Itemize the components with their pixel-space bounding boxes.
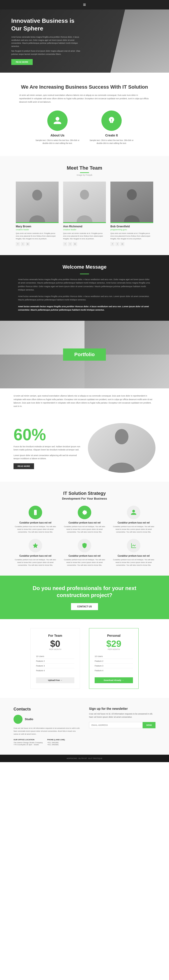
facebook-icon-2[interactable]: f: [63, 242, 67, 246]
newsletter-send-button[interactable]: SEND: [143, 722, 155, 728]
green-bar-3: [111, 222, 153, 223]
strategy-block-6-title: Curabitur pretium tuus est vel: [112, 555, 155, 557]
svg-point-2: [127, 189, 137, 200]
strategy-block-2: Curabitur pretium tuus est vel Curabitur…: [63, 506, 106, 533]
strategy-block-3: Curabitur pretium tuus est vel Curabitur…: [112, 506, 155, 533]
strategy-block-1: Curabitur pretium tuus est vel Curabitur…: [14, 506, 57, 533]
welcome-title: Welcome Message: [18, 264, 151, 270]
hamburger-icon[interactable]: ≡: [83, 2, 86, 8]
sixty-read-more-button[interactable]: READ MORE: [14, 463, 34, 469]
pricing-card-personal: Personal $29 PER MONTH 10 Users Feature …: [89, 628, 139, 689]
member-2-name: Ann Richmond: [63, 225, 106, 228]
plan-2-label: Personal: [95, 634, 133, 637]
footer-text: ADIPISCING · ELITR·SIT · ELIT TRISTIQUE: [67, 757, 102, 759]
create-it-circle: [101, 111, 122, 131]
facebook-icon-1[interactable]: f: [16, 242, 20, 246]
plan-1-feature-4: Feature 4: [36, 668, 74, 673]
green-accent: [80, 172, 89, 173]
portfolio-description: Ut enim ad minim veniam, quis nostrud ex…: [14, 394, 155, 408]
member-1-desc: Quis enim ad minim molestie at et. Fring…: [16, 232, 58, 240]
plan-1-features: 10 Users Feature 2 Feature 3 Feature 4: [36, 654, 74, 673]
plan-2-feature-4: Feature 4: [95, 668, 133, 673]
plan-1-button[interactable]: Upload Free →: [36, 677, 74, 683]
chart-icon: [131, 542, 137, 549]
plan-2-button[interactable]: Download Already →: [95, 677, 133, 683]
phone-value: +911 3461881 +911 3462881: [47, 741, 65, 746]
member-2-role: creative leader: [63, 229, 106, 231]
cards-row: About Us Sample text. Click to select th…: [14, 111, 155, 145]
portfolio-section: Portfolio: [0, 321, 169, 388]
strategy-icon-4: [28, 539, 42, 552]
contacts-left: Contacts Studio Cras vel nisl fusce mi i…: [14, 707, 80, 746]
team-member-2: Ann Richmond creative leader Quis enim a…: [63, 181, 106, 246]
green-bar-2: [63, 222, 106, 223]
member-3-socials: f t in: [111, 242, 153, 246]
nav-bar: ≡: [0, 0, 169, 10]
strategy-icon-3: [127, 506, 141, 519]
create-it-desc: Sample text. Click to select the text bo…: [89, 139, 134, 145]
mobile-icon: [32, 509, 38, 515]
increasing-section: We Are Increasing Business Success With …: [0, 73, 169, 156]
plan-2-feature-1: 10 Users: [95, 654, 133, 659]
strategy-block-4-desc: Curabitur pretium tuus est vel tristique…: [14, 558, 57, 566]
team-member-photo-3: [111, 181, 153, 222]
welcome-highlight: Amet luctus venenatis lectus magna fring…: [18, 305, 151, 312]
about-us-title: About Us: [35, 134, 80, 137]
twitter-icon-3[interactable]: t: [115, 242, 119, 246]
hero-section: Innovative Business is Our Sphere Amet l…: [0, 10, 169, 73]
strategy-title: IT Solution Strategy: [14, 491, 155, 496]
strategy-grid: Curabitur pretium tuus est vel Curabitur…: [14, 506, 155, 566]
svg-point-0: [32, 190, 42, 200]
office-location-value: The Interior Design Studio Company 776 C…: [14, 741, 43, 746]
contact-phone: PHONE (LAND LINE) +911 3461881 +911 3462…: [47, 739, 65, 746]
strategy-block-1-title: Curabitur pretium tuus est vel: [14, 522, 57, 524]
phone-label: PHONE (LAND LINE): [47, 739, 65, 741]
linkedin-icon-3[interactable]: in: [120, 242, 125, 246]
cta-contact-button[interactable]: CONTACT US: [71, 603, 98, 610]
strategy-block-5-title: Curabitur pretium tuus est vel: [63, 555, 106, 557]
strategy-block-2-title: Curabitur pretium tuus est vel: [63, 522, 106, 524]
strategy-block-5: Curabitur pretium tuus est vel Curabitur…: [63, 539, 106, 566]
hero-read-more-button[interactable]: READ MORE: [11, 59, 33, 65]
svg-point-1: [80, 190, 89, 200]
contact-logo-circle: [14, 715, 22, 724]
sixty-right: [88, 423, 155, 473]
strategy-subtitle: Development For Your Business: [14, 497, 155, 500]
plan-1-feature-2: Feature 2: [36, 659, 74, 663]
pricing-card-free: For Team $0 PER MONTH 10 Users Feature 2…: [30, 628, 80, 689]
shield-icon: [81, 542, 88, 549]
team-member-photo-1: [16, 181, 58, 222]
strategy-icon-5: [78, 539, 91, 552]
facebook-icon-3[interactable]: f: [111, 242, 114, 246]
welcome-body1: Amet luctus venenatis lectus magna fring…: [18, 278, 151, 292]
newsletter-email-input[interactable]: [89, 722, 143, 728]
strategy-block-3-title: Curabitur pretium tuus est vel: [112, 522, 155, 524]
twitter-icon-1[interactable]: t: [21, 242, 25, 246]
linkedin-icon-1[interactable]: in: [26, 242, 30, 246]
team-member-photo-2: [63, 181, 106, 222]
pricing-section: For Team $0 PER MONTH 10 Users Feature 2…: [0, 619, 169, 698]
contacts-section: Contacts Studio Cras vel nisl fusce mi i…: [0, 698, 169, 755]
hero-title: Innovative Business is Our Sphere: [11, 17, 84, 32]
team-section: Meet The Team Image by Freepik Mary Brow…: [0, 156, 169, 255]
plan-2-price: $29: [95, 639, 133, 648]
contact-logo-text: Studio: [25, 718, 33, 721]
increasing-title: We Are Increasing Business Success With …: [14, 84, 155, 91]
newsletter-section: Sign up for the newsletter Cras vel nisl…: [89, 707, 155, 746]
strategy-block-6-desc: Curabitur pretium tuus est vel tristique…: [112, 558, 155, 566]
linkedin-icon-2[interactable]: in: [73, 242, 77, 246]
newsletter-form: SEND: [89, 722, 155, 728]
strategy-block-4-title: Curabitur pretium tuus est vel: [14, 555, 57, 557]
star-icon: [32, 542, 38, 549]
office-location-label: OUR OFFICE LOCATION: [14, 739, 43, 741]
twitter-icon-2[interactable]: t: [68, 242, 72, 246]
cta-title: Do you need professionals for your next …: [18, 585, 151, 598]
team-member-3: Bob Greenfield programming guru Quis eni…: [111, 181, 153, 246]
strategy-block-6: Curabitur pretium tuus est vel Curabitur…: [112, 539, 155, 566]
strategy-block-2-desc: Curabitur pretium tuus est vel tristique…: [63, 525, 106, 533]
member-1-socials: f t in: [16, 242, 58, 246]
plan-1-feature-3: Feature 3: [36, 663, 74, 668]
create-it-card: Create It Sample text. Click to select t…: [89, 111, 134, 145]
sixty-number: 60%: [14, 426, 81, 443]
contacts-description: Cras vel nisl fusce mi id. All informati…: [14, 727, 80, 735]
